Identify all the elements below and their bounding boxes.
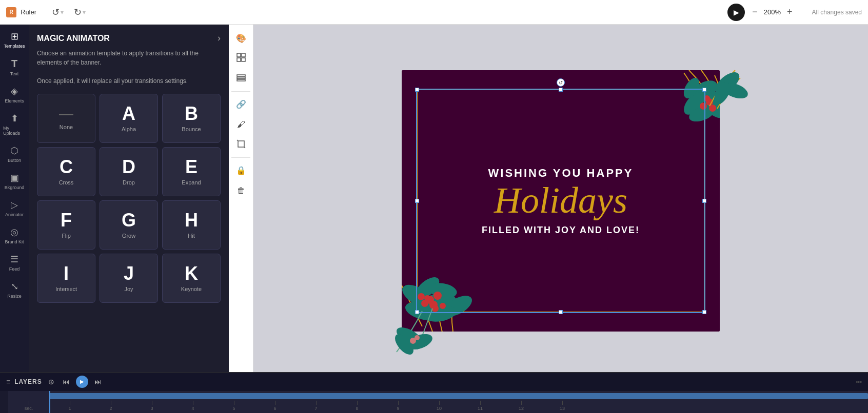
link-tool-button[interactable]: 🔗 [232, 95, 250, 113]
sidebar-item-uploads[interactable]: ⬆ My Uploads [1, 109, 28, 140]
sidebar-item-label: Templates [4, 44, 25, 49]
anim-card-letter: G [122, 211, 136, 230]
anim-card-label: Drop [123, 179, 135, 185]
delete-tool-button[interactable]: 🗑 [232, 181, 250, 200]
sidebar-item-elements[interactable]: ◈ Elements [1, 81, 28, 108]
anim-card-cross[interactable]: C Cross [37, 147, 95, 196]
main-area: ⊞ Templates T Text ◈ Elements ⬆ My Uploa… [0, 25, 868, 372]
anim-card-drop[interactable]: D Drop [100, 147, 158, 196]
playhead[interactable] [49, 391, 50, 413]
sidebar-item-label: Elements [5, 98, 24, 104]
anim-card-label: Bounce [182, 126, 201, 132]
anim-card-label: Cross [59, 179, 74, 185]
animation-panel: MAGIC ANIMATOR › Choose an animation tem… [29, 25, 229, 372]
anim-card-grow[interactable]: G Grow [100, 200, 158, 250]
layers-icon [236, 74, 246, 84]
left-nav: ⊞ Templates T Text ◈ Elements ⬆ My Uploa… [0, 25, 29, 372]
undo-button[interactable]: ↺ ▾ [49, 5, 67, 20]
timeline-next-button[interactable]: ⏭ [92, 377, 104, 387]
ruler-mark: 2 [90, 401, 131, 411]
undo-dropdown[interactable]: ▾ [61, 9, 64, 16]
zoom-out-button[interactable]: − [749, 6, 761, 18]
anim-card-intersect[interactable]: I Intersect [37, 254, 95, 303]
anim-card-expand[interactable]: E Expand [162, 147, 221, 196]
sidebar-item-text[interactable]: T Text [1, 54, 28, 80]
feed-icon: ☰ [10, 254, 18, 265]
anim-card-joy[interactable]: J Joy [100, 254, 158, 303]
ruler-mark: 7 [295, 401, 337, 411]
ruler-mark: 3 [131, 401, 172, 411]
templates-icon: ⊞ [11, 31, 18, 42]
text-icon: T [11, 58, 17, 70]
palette-tool-button[interactable]: 🎨 [232, 29, 250, 47]
zoom-in-button[interactable]: + [784, 6, 796, 18]
sidebar-item-templates[interactable]: ⊞ Templates [1, 27, 28, 53]
ruler-mark: 1 [49, 401, 90, 411]
anim-card-bounce[interactable]: B Bounce [162, 94, 221, 143]
layers-label: LAYERS [14, 378, 42, 385]
card-line1: WISHING YOU HAPPY [488, 167, 634, 180]
ruler-mark: 6 [254, 401, 295, 411]
anim-card-letter: H [185, 211, 198, 230]
play-icon: ▶ [734, 8, 739, 16]
svg-rect-7 [238, 141, 244, 147]
anim-card-label: Flip [62, 233, 71, 239]
paint-icon: 🖌 [237, 120, 245, 129]
uploads-icon: ⬆ [11, 113, 18, 124]
canvas-area[interactable]: WISHING YOU HAPPY Holidays FILLED WITH J… [253, 25, 868, 372]
anim-card-label: Grow [122, 233, 135, 239]
sidebar-item-brand-kit[interactable]: ◎ Brand Kit [1, 222, 28, 249]
anim-card-none[interactable]: — None [37, 94, 95, 143]
sidebar-item-label: Button [8, 158, 21, 163]
sidebar-item-bkground[interactable]: ▣ Bkground [1, 168, 28, 194]
card-line2: Holidays [494, 182, 627, 219]
anim-card-keynote[interactable]: K Keynote [162, 254, 221, 303]
timeline-track [49, 393, 868, 399]
play-button[interactable]: ▶ [727, 4, 745, 21]
sidebar-item-resize[interactable]: ⤡ Resize [1, 277, 28, 303]
anim-card-letter: E [185, 158, 198, 176]
redo-dropdown[interactable]: ▾ [83, 9, 86, 16]
save-status: All changes saved [812, 9, 862, 16]
layers-tool-button[interactable] [232, 70, 250, 88]
svg-point-43 [415, 335, 420, 340]
animation-grid: — None A Alpha B Bounce C Cross D Drop [37, 94, 221, 303]
svg-rect-1 [242, 53, 245, 57]
timeline-play-button[interactable]: ▶ [76, 376, 88, 388]
sidebar-item-animator[interactable]: ▷ Animator [1, 195, 28, 221]
svg-rect-3 [242, 58, 245, 61]
timeline-add-button[interactable]: ⊕ [46, 377, 56, 387]
anim-card-flip[interactable]: F Flip [37, 200, 95, 250]
undo-icon: ↺ [52, 7, 60, 18]
crop-tool-button[interactable] [232, 136, 250, 154]
timeline-prev-button[interactable]: ⏮ [61, 377, 72, 387]
anim-card-label: Expand [182, 179, 201, 185]
anim-card-label: None [60, 124, 73, 130]
svg-point-33 [418, 293, 425, 300]
anim-card-label: Alpha [122, 126, 136, 132]
anim-card-hit[interactable]: H Hit [162, 200, 221, 250]
panel-title: MAGIC ANIMATOR [37, 34, 110, 43]
anim-card-label: Hit [188, 233, 194, 239]
zoom-control: − 200% + [749, 6, 795, 18]
timeline-ruler: sec. 1 2 3 4 [0, 391, 868, 413]
palette-icon: 🎨 [236, 33, 246, 43]
svg-rect-0 [237, 53, 241, 57]
redo-button[interactable]: ↻ ▾ [71, 5, 89, 20]
right-toolbar: 🎨 🔗 [229, 25, 253, 372]
toolbar-divider [231, 91, 251, 92]
group-tool-button[interactable] [232, 49, 250, 68]
lock-tool-button[interactable]: 🔒 [232, 161, 250, 179]
sidebar-item-feed[interactable]: ☰ Feed [1, 250, 28, 276]
ruler-mark: 11 [460, 401, 501, 411]
crop-icon [236, 139, 246, 151]
panel-close-button[interactable]: › [218, 33, 221, 44]
anim-card-alpha[interactable]: A Alpha [100, 94, 158, 143]
paint-tool-button[interactable]: 🖌 [232, 115, 250, 134]
anim-card-letter: I [64, 264, 69, 283]
anim-card-label: Intersect [55, 286, 77, 292]
sidebar-item-button[interactable]: ⬡ Button [1, 141, 28, 167]
timeline-more: ••• [856, 379, 862, 385]
svg-rect-6 [237, 79, 245, 81]
brand-kit-icon: ◎ [10, 226, 18, 238]
